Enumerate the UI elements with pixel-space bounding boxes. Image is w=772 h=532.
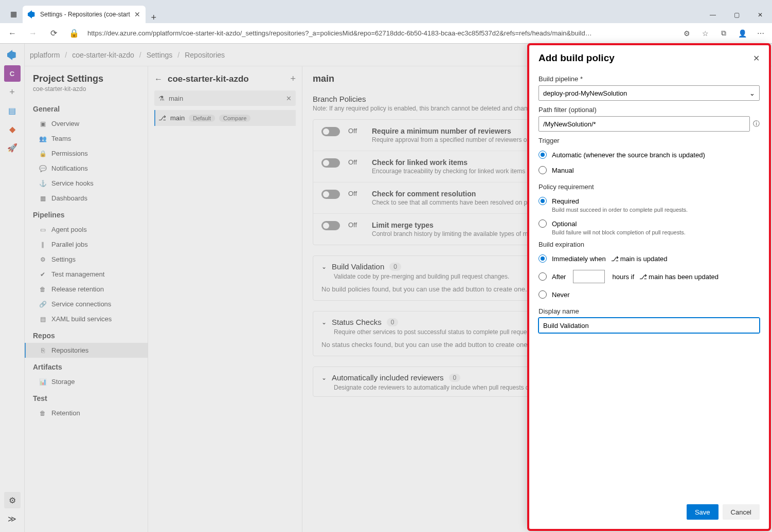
sidebar-item-service-hooks[interactable]: ⚓Service hooks [25, 176, 148, 191]
save-button[interactable]: Save [687, 504, 719, 520]
sidebar-item-overview[interactable]: ▣Overview [25, 116, 148, 131]
sidebar-item-agent-pools[interactable]: ▭Agent pools [25, 222, 148, 237]
path-filter-label: Path filter (optional) [538, 106, 760, 114]
azure-devops-logo-icon[interactable] [4, 47, 21, 63]
tab-actions-icon[interactable]: ▦ [4, 5, 23, 23]
expiration-after[interactable]: After hours if ⎇main has been updated [538, 266, 760, 287]
radio-icon [538, 219, 547, 228]
sidebar-item-dashboards[interactable]: ▦Dashboards [25, 191, 148, 206]
chevron-down-icon: ⌄ [321, 374, 327, 381]
chevron-down-icon: ⌄ [749, 89, 755, 97]
branch-icon: ⎇ [158, 114, 166, 122]
profile-icon[interactable]: 👤 [736, 29, 748, 38]
breadcrumb-project[interactable]: coe-starter-kit-azdo [72, 51, 134, 59]
build-expiration-label: Build expiration [538, 241, 760, 248]
radio-icon [538, 254, 547, 263]
sidebar-item-notifications[interactable]: 💬Notifications [25, 161, 148, 176]
refresh-button[interactable]: ⟳ [46, 28, 61, 38]
sidebar-item-parallel-jobs[interactable]: ∥Parallel jobs [25, 237, 148, 252]
tab-title: Settings - Repositories (coe-start [40, 11, 130, 18]
add-icon[interactable]: + [4, 84, 21, 100]
panel-title: Add build policy [538, 52, 753, 64]
path-filter-input[interactable] [538, 116, 750, 132]
pipelines-icon[interactable]: 🚀 [4, 139, 21, 156]
repo-title: coe-starter-kit-azdo [168, 74, 285, 84]
forward-button[interactable]: → [26, 29, 40, 38]
browser-tab[interactable]: Settings - Repositories (coe-start ✕ [23, 6, 146, 23]
radio-icon [538, 151, 547, 159]
boards-icon[interactable]: ▤ [4, 102, 21, 119]
add-build-policy-panel: Add build policy ✕ Build pipeline * depl… [529, 45, 769, 529]
menu-icon[interactable]: ⋯ [755, 29, 767, 38]
radio-icon [538, 166, 547, 174]
toggle-comment-resolution[interactable] [321, 190, 340, 199]
group-repos: Repos [25, 326, 148, 343]
close-tab-icon[interactable]: ✕ [134, 10, 140, 19]
minimize-button[interactable]: — [701, 7, 725, 23]
new-tab-button[interactable]: + [146, 12, 162, 23]
breadcrumb-settings[interactable]: Settings [147, 51, 173, 59]
breadcrumb-org[interactable]: pplatform [30, 51, 60, 59]
trigger-automatic[interactable]: Automatic (whenever the source branch is… [538, 147, 760, 162]
sidebar-item-teams[interactable]: 👥Teams [25, 131, 148, 146]
project-name: coe-starter-kit-azdo [25, 85, 148, 100]
site-info-icon[interactable]: 🔒 [67, 28, 81, 38]
info-icon[interactable]: ⓘ [753, 119, 760, 129]
branch-row[interactable]: ⎇ main Default Compare [154, 110, 296, 126]
back-icon[interactable]: ← [154, 75, 163, 84]
expiration-hours-input[interactable] [573, 270, 605, 283]
clear-filter-icon[interactable]: ✕ [286, 95, 292, 102]
branch-icon: ⎇ [611, 255, 619, 263]
sidebar-item-settings[interactable]: ⚙Settings [25, 252, 148, 267]
trigger-manual[interactable]: Manual [538, 162, 760, 178]
build-pipeline-select[interactable]: deploy-prod-MyNewSolution ⌄ [538, 85, 760, 101]
expand-nav-icon[interactable]: ≫ [4, 510, 21, 527]
display-name-input[interactable] [538, 318, 760, 333]
chevron-down-icon: ⌄ [321, 263, 327, 270]
policy-requirement-label: Policy requirement [538, 183, 760, 191]
trigger-label: Trigger [538, 137, 760, 144]
radio-icon [538, 290, 547, 299]
expiration-never[interactable]: Never [538, 287, 760, 302]
back-button[interactable]: ← [5, 29, 20, 38]
favorite-icon[interactable]: ☆ [699, 29, 711, 38]
radio-icon [538, 197, 547, 205]
maximize-button[interactable]: ▢ [725, 7, 748, 23]
compare-badge: Compare [219, 115, 250, 122]
display-name-label: Display name [538, 307, 760, 315]
group-test: Test [25, 389, 148, 406]
repos-icon[interactable]: ◆ [4, 121, 21, 137]
sidebar-item-service-connections[interactable]: 🔗Service connections [25, 297, 148, 311]
address-bar[interactable]: https://dev.azure.com/pplatform/coe-star… [87, 29, 674, 37]
collections-icon[interactable]: ⧉ [717, 29, 730, 38]
project-settings-icon[interactable]: ⚙ [4, 492, 21, 508]
sidebar-item-retention[interactable]: 🗑Retention [25, 406, 148, 420]
chevron-down-icon: ⌄ [321, 319, 327, 326]
toggle-min-reviewers[interactable] [321, 127, 340, 136]
default-badge: Default [189, 115, 215, 122]
breadcrumb-repositories[interactable]: Repositories [185, 51, 225, 59]
close-panel-icon[interactable]: ✕ [753, 53, 760, 63]
build-pipeline-label: Build pipeline * [538, 75, 760, 83]
close-window-button[interactable]: ✕ [748, 7, 772, 23]
sidebar-item-storage[interactable]: 📊Storage [25, 374, 148, 389]
cancel-button[interactable]: Cancel [723, 504, 760, 520]
sidebar-item-xaml[interactable]: ▤XAML build services [25, 311, 148, 326]
radio-icon [538, 272, 547, 281]
group-artifacts: Artifacts [25, 358, 148, 374]
azure-devops-icon [28, 10, 36, 19]
group-general: General [25, 100, 148, 116]
page-settings-icon[interactable]: ⚙ [680, 29, 693, 38]
sidebar-item-release-retention[interactable]: 🗑Release retention [25, 282, 148, 297]
sidebar-item-test-management[interactable]: ✔Test management [25, 267, 148, 282]
expiration-immediate[interactable]: Immediately when ⎇main is updated [538, 251, 760, 266]
sidebar-item-repositories[interactable]: ⎘Repositories [25, 343, 148, 358]
sidebar-item-permissions[interactable]: 🔒Permissions [25, 146, 148, 161]
group-pipelines: Pipelines [25, 206, 148, 222]
project-avatar[interactable]: C [4, 65, 21, 82]
toggle-limit-merge[interactable] [321, 221, 340, 230]
branch-filter[interactable]: ⚗ main ✕ [154, 90, 296, 106]
branch-icon: ⎇ [639, 273, 647, 281]
add-branch-icon[interactable]: + [290, 74, 296, 84]
toggle-linked-work-items[interactable] [321, 158, 340, 168]
